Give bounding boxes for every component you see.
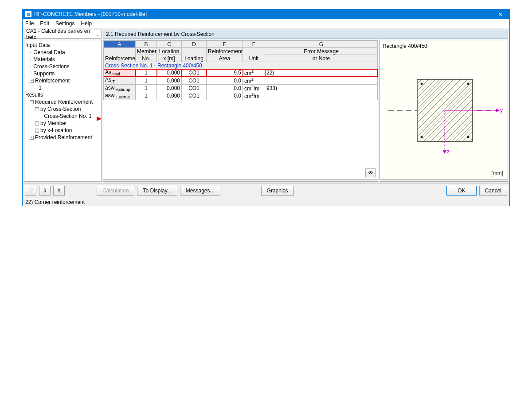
svg-text:z: z xyxy=(447,149,450,155)
cell-unit: cm2 xyxy=(243,69,265,77)
cell-x: 0.000 xyxy=(157,84,182,92)
tree-general-data[interactable]: General Data xyxy=(25,49,100,56)
col-B[interactable]: B xyxy=(136,41,157,48)
cell-label: As,total xyxy=(104,69,136,77)
cell-unit: cm2 xyxy=(243,77,265,84)
svg-point-3 xyxy=(421,82,423,85)
table-row[interactable]: As,total10.000CO19.5cm222) xyxy=(104,69,378,77)
table-row[interactable]: As,T10.000CO10.0cm2 xyxy=(104,77,378,84)
case-dropdown-value: CA1 - Calcul des barres en bétc xyxy=(26,28,99,40)
graphics-button[interactable]: Graphics xyxy=(261,186,294,196)
col-loading: Loading xyxy=(182,48,207,62)
svg-marker-8 xyxy=(443,150,446,154)
table-row[interactable]: asw,T,stirrup10.000CO10.0cm2/m xyxy=(104,92,378,100)
close-icon[interactable]: ✕ xyxy=(493,11,507,18)
cross-section-svg: z y xyxy=(384,64,504,157)
preview-title: Rectangle 400/450 xyxy=(383,43,505,50)
cell-note: 933) xyxy=(265,84,378,92)
eye-icon[interactable]: 👁 xyxy=(365,168,376,177)
cell-label: asw,T,stirrup xyxy=(104,92,136,100)
ok-button[interactable]: OK xyxy=(446,186,476,196)
menu-file[interactable]: File xyxy=(25,20,34,27)
tree-reinforcement-1[interactable]: 1 xyxy=(25,84,100,91)
cell-area: 9.5 xyxy=(207,69,243,77)
menu-edit[interactable]: Edit xyxy=(40,20,49,27)
case-dropdown[interactable]: CA1 - Calcul des barres en bétc ⌄ xyxy=(24,30,102,39)
col-F[interactable]: F xyxy=(243,41,265,48)
svg-point-6 xyxy=(467,136,469,138)
svg-marker-11 xyxy=(496,109,500,112)
lower-preview-pane xyxy=(379,181,508,182)
export-button[interactable]: ⇩ xyxy=(39,186,51,196)
cell-x: 0.000 xyxy=(157,92,182,100)
col-unit: Unit xyxy=(243,48,265,62)
cell-load: CO1 xyxy=(182,92,207,100)
section-header[interactable]: Cross-Section No. 1 - Rectangle 400/450 xyxy=(104,62,378,69)
tree-cross-section-1[interactable]: Cross-Section No. 1 xyxy=(25,113,100,120)
col-G[interactable]: G xyxy=(265,41,378,48)
col-xm: x [m] xyxy=(157,55,182,62)
table-empty-area xyxy=(103,100,378,179)
col-A[interactable]: A xyxy=(104,41,136,48)
status-bar: 22) Corner reinforcement xyxy=(23,198,509,206)
button-bar: ❔ ⇩ ⇧ Calculation To Display... Messages… xyxy=(23,183,509,198)
cell-load: CO1 xyxy=(182,77,207,84)
col-reinf-area: Reinforcement xyxy=(207,48,243,55)
tree-by-cross-section[interactable]: −by Cross-Section xyxy=(25,106,100,113)
cell-label: asw,V,stirrup xyxy=(104,84,136,92)
tree-input-data[interactable]: Input Data xyxy=(25,42,100,49)
cell-x: 0.000 xyxy=(157,69,182,77)
calculation-button[interactable]: Calculation xyxy=(97,186,134,196)
messages-button[interactable]: Messages... xyxy=(180,186,220,196)
svg-point-5 xyxy=(421,136,423,138)
cell-member: 1 xyxy=(136,84,157,92)
menu-help[interactable]: Help xyxy=(81,20,92,27)
to-display-button[interactable]: To Display... xyxy=(137,186,177,196)
cell-load: CO1 xyxy=(182,84,207,92)
tree-cross-sections[interactable]: Cross-Sections xyxy=(25,63,100,70)
col-error: Error Message xyxy=(265,48,378,55)
tree-materials[interactable]: Materials xyxy=(25,56,100,63)
cell-unit: cm2/m xyxy=(243,92,265,100)
tree-results[interactable]: Results xyxy=(25,91,100,98)
tree-required-reinforcement[interactable]: −Required Reinforcement xyxy=(25,98,100,106)
cell-member: 1 xyxy=(136,77,157,84)
help-button[interactable]: ❔ xyxy=(25,186,36,196)
col-D[interactable]: D xyxy=(182,41,207,48)
tree-supports[interactable]: Supports xyxy=(25,70,100,77)
cell-note xyxy=(265,92,378,100)
cancel-button[interactable]: Cancel xyxy=(479,186,507,196)
status-text: 22) Corner reinforcement xyxy=(25,199,85,205)
panel-title: 2.1 Required Reinforcement by Cross-Sect… xyxy=(103,30,508,39)
cell-unit: cm2/m xyxy=(243,84,265,92)
cell-area: 0.0 xyxy=(207,92,243,100)
app-icon: ▦ xyxy=(25,11,31,17)
cell-load: CO1 xyxy=(182,69,207,77)
svg-text:y: y xyxy=(500,107,503,113)
col-C[interactable]: C xyxy=(157,41,182,48)
col-E[interactable]: E xyxy=(207,41,243,48)
table-row[interactable]: asw,V,stirrup10.000CO10.0cm2/m933) xyxy=(104,84,378,92)
chevron-down-icon: ⌄ xyxy=(96,32,99,37)
svg-point-4 xyxy=(467,82,469,85)
import-button[interactable]: ⇧ xyxy=(53,186,65,196)
cell-label: As,T xyxy=(104,77,136,84)
col-reinforcement: Reinforcement xyxy=(104,48,136,62)
tree-by-x-location[interactable]: +by x-Location xyxy=(25,127,100,134)
menubar: File Edit Settings Help xyxy=(23,19,509,28)
titlebar: ▦ RF-CONCRETE Members - [001710-model-fi… xyxy=(23,9,509,19)
arrow-indicator-icon xyxy=(97,117,102,121)
col-no: No. xyxy=(136,55,157,62)
results-table[interactable]: A B C D E F G Reinforcement Member Locat… xyxy=(103,40,378,180)
cell-note: 22) xyxy=(265,69,378,77)
col-location: Location xyxy=(157,48,182,55)
lower-detail-pane xyxy=(103,181,378,182)
cell-area: 0.0 xyxy=(207,84,243,92)
col-note: or Note xyxy=(265,55,378,62)
cell-member: 1 xyxy=(136,92,157,100)
cell-area: 0.0 xyxy=(207,77,243,84)
menu-settings[interactable]: Settings xyxy=(55,20,74,27)
tree-by-member[interactable]: +by Member xyxy=(25,120,100,127)
tree-reinforcement[interactable]: −Reinforcement xyxy=(25,77,100,84)
tree-provided-reinforcement[interactable]: +Provided Reinforcement xyxy=(25,134,100,141)
